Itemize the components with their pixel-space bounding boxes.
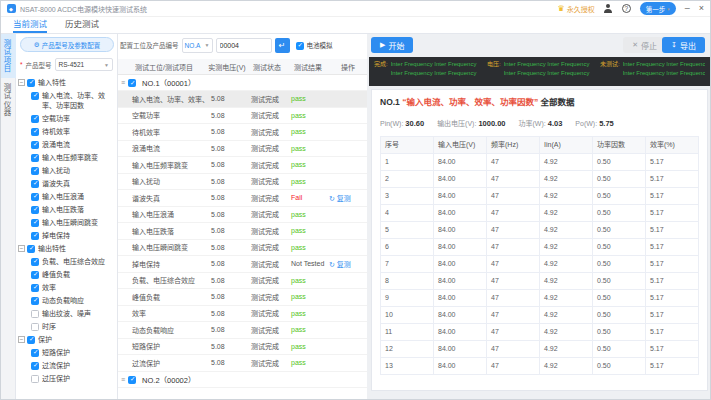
stop-button[interactable]: ✕ 停止 (623, 37, 666, 53)
test-row[interactable]: 效率5.08测试完成pass (118, 306, 367, 323)
test-row[interactable]: 动态负载响应5.08测试完成pass (118, 322, 367, 339)
tree-item[interactable]: −输入特性 (16, 76, 117, 89)
checkbox-icon[interactable] (31, 258, 39, 266)
test-row[interactable]: 浪涌电流5.08测试完成pass (118, 141, 367, 158)
tree-item[interactable]: 空载功率 (16, 112, 117, 125)
checkbox-icon[interactable] (27, 245, 35, 253)
station-select[interactable]: NO.A ▼ (182, 38, 213, 53)
checkbox-icon[interactable] (31, 271, 39, 279)
checkbox-icon[interactable] (31, 232, 39, 240)
tree-item[interactable]: 输入电压频率跳变 (16, 151, 117, 164)
collapse-icon[interactable]: − (18, 336, 25, 343)
test-row[interactable]: 谐波失真5.08测试完成Fail↻ 复测 (118, 190, 367, 207)
station-group-row[interactable]: ≡NO.2（00002） (118, 372, 367, 388)
checkbox-icon[interactable] (31, 310, 39, 318)
checkbox-icon[interactable] (31, 180, 39, 188)
start-button[interactable]: ▶ 开始 (371, 37, 413, 53)
checkbox-icon[interactable] (31, 141, 39, 149)
tree-item[interactable]: 效率 (16, 281, 117, 294)
test-row[interactable]: 输入电压瞬间跳变5.08测试完成pass (118, 240, 367, 257)
tree-item[interactable]: 待机效率 (16, 125, 117, 138)
checkbox-icon[interactable] (31, 297, 39, 305)
detail-cell: 2 (381, 171, 434, 188)
skin-select-button[interactable]: 第一步 ▾ (640, 2, 676, 15)
tab-历史测试[interactable]: 历史测试 (65, 17, 99, 33)
tree-item[interactable]: 过流保护 (16, 359, 117, 372)
checkbox-icon[interactable] (27, 79, 35, 87)
test-row[interactable]: 输入电压浪涌5.08测试完成pass (118, 207, 367, 224)
checkbox-icon[interactable] (128, 376, 136, 384)
tab-bar: 当前测试历史测试 (1, 17, 710, 34)
minimize-button[interactable]: – (685, 4, 690, 13)
close-button[interactable]: × (699, 4, 704, 13)
product-config-button[interactable]: ⚙ 产品型号及参数配置 (20, 37, 114, 52)
test-row[interactable]: 过流保护5.08测试完成pass (118, 355, 367, 372)
sidenav-测试仪器[interactable]: 测试仪器 (1, 78, 16, 122)
drag-handle-icon[interactable]: ≡ (121, 376, 125, 383)
result-detail-card: NO.1 “输入电流、功率、效率、功率因数” 全部数据 Pin(W):30.60… (371, 89, 708, 391)
test-row[interactable]: 待机效率5.08测试完成pass (118, 124, 367, 141)
tree-item-label: 过流保护 (42, 361, 70, 371)
tree-item[interactable]: 浪涌电流 (16, 138, 117, 151)
tree-item[interactable]: 负载、电压综合效应 (16, 255, 117, 268)
user-icon[interactable] (604, 4, 613, 13)
checkbox-icon[interactable] (31, 349, 39, 357)
test-row[interactable]: 输入扰动5.08测试完成pass (118, 174, 367, 191)
checkbox-icon[interactable] (31, 206, 39, 214)
tree-item[interactable]: 掉电保持 (16, 229, 117, 242)
tree-item[interactable]: 时序 (16, 320, 117, 333)
tree-item[interactable]: −保护 (16, 333, 117, 346)
export-button[interactable]: ↧ 导出 (662, 37, 705, 53)
tree-item[interactable]: 输入电压跌落 (16, 203, 117, 216)
checkbox-icon[interactable] (31, 362, 39, 370)
product-number-input[interactable] (216, 38, 272, 53)
checkbox-icon[interactable] (31, 193, 39, 201)
checkbox-icon[interactable] (31, 167, 39, 175)
tree-item[interactable]: 输入电压瞬间跳变 (16, 216, 117, 229)
checkbox-icon[interactable] (31, 284, 39, 292)
checkbox-icon[interactable] (31, 323, 39, 331)
checkbox-icon[interactable] (31, 219, 39, 227)
tree-item[interactable]: 谐波失真 (16, 177, 117, 190)
tree-item[interactable]: −输出特性 (16, 242, 117, 255)
test-row[interactable]: 输入电压频率跳变5.08测试完成pass (118, 157, 367, 174)
checkbox-icon[interactable] (27, 336, 35, 344)
battery-sim-checkbox[interactable]: 电池模拟 (296, 40, 333, 50)
tree-item[interactable]: 过压保护 (16, 372, 117, 385)
test-result: pass (287, 277, 329, 284)
tree-item[interactable]: 峰值负载 (16, 268, 117, 281)
tree-item[interactable]: 动态负载响应 (16, 294, 117, 307)
drag-handle-icon[interactable]: ≡ (121, 79, 125, 86)
tree-item[interactable]: 短路保护 (16, 346, 117, 359)
detail-cell: 5.17 (646, 324, 699, 341)
checkbox-icon[interactable] (31, 92, 39, 100)
tab-当前测试[interactable]: 当前测试 (13, 17, 47, 33)
test-row[interactable]: 空载功率5.08测试完成pass (118, 108, 367, 125)
test-row[interactable]: 峰值负载5.08测试完成pass (118, 289, 367, 306)
apply-number-button[interactable]: ↵ (275, 38, 290, 53)
test-row[interactable]: 短路保护5.08测试完成pass (118, 339, 367, 356)
tree-item[interactable]: 输出纹波、噪声 (16, 307, 117, 320)
test-result: pass (287, 145, 329, 152)
station-group-row[interactable]: ≡NO.1（00001） (118, 75, 367, 91)
checkbox-icon[interactable] (31, 154, 39, 162)
checkbox-icon[interactable] (31, 375, 39, 383)
sidenav-测试项目[interactable]: 测试项目 (1, 34, 16, 78)
product-model-select[interactable]: RS-4521 ▼ (55, 58, 113, 71)
checkbox-icon[interactable] (31, 115, 39, 123)
retest-link[interactable]: ↻ 复测 (329, 195, 351, 202)
test-row[interactable]: 掉电保持5.08测试完成Not Tested↻ 复测 (118, 256, 367, 273)
test-row[interactable]: 负载、电压综合效应5.08测试完成pass (118, 273, 367, 290)
test-row[interactable]: 输入电压跌落5.08测试完成pass (118, 223, 367, 240)
test-row[interactable]: 输入电流、功率、效率、功率因数5.08测试完成pass (118, 91, 367, 108)
detail-cell: 0.50 (593, 341, 646, 358)
collapse-icon[interactable]: − (18, 245, 25, 252)
retest-link[interactable]: ↻ 复测 (329, 261, 351, 268)
collapse-icon[interactable]: − (18, 79, 25, 86)
checkbox-icon[interactable] (31, 128, 39, 136)
help-icon[interactable]: ? (622, 4, 631, 13)
tree-item[interactable]: 输入电流、功率、效率、功率因数 (16, 89, 117, 112)
checkbox-icon[interactable] (128, 79, 136, 87)
tree-item[interactable]: 输入扰动 (16, 164, 117, 177)
tree-item[interactable]: 输入电压浪涌 (16, 190, 117, 203)
